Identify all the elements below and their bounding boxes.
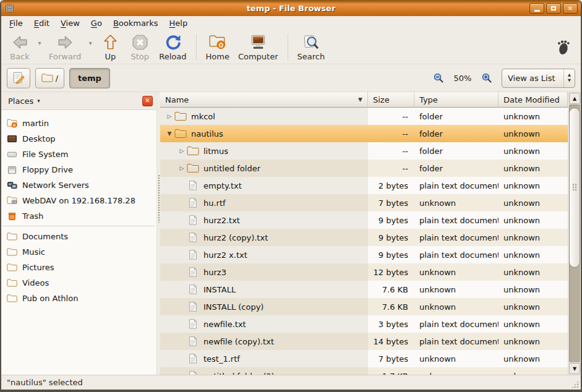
file-type-icon	[187, 284, 200, 295]
tree-expander-icon[interactable]: ▷	[165, 113, 174, 119]
file-row-install-copy[interactable]: INSTALL (copy) 7.6 KB unknown unknown	[160, 298, 581, 315]
file-row-litmus[interactable]: ▷ litmus -- folder unknown	[160, 142, 581, 160]
tree-expander-icon[interactable]: ▼	[165, 130, 174, 137]
zoom-out-button[interactable]	[431, 70, 446, 85]
file-row-newfile-copy-txt[interactable]: newfile (copy).txt 14 bytes plain text d…	[160, 333, 581, 350]
scroll-down-button[interactable]: ▼	[569, 363, 580, 374]
file-type: plain text document	[414, 315, 499, 333]
file-row-install[interactable]: INSTALL 7.6 KB unknown unknown	[160, 281, 581, 298]
menu-view[interactable]: View	[55, 17, 85, 29]
main-area: Places ▾ ✕ martin Desktop File System	[1, 92, 581, 375]
file-row-untitled-folder[interactable]: ▷ untitled folder -- folder unknown	[160, 160, 581, 177]
minimize-button[interactable]	[529, 3, 544, 14]
window-resize-grip[interactable]	[571, 380, 579, 388]
menu-edit[interactable]: Edit	[28, 17, 55, 29]
search-button[interactable]: Search	[293, 32, 330, 62]
computer-button[interactable]: Computer	[234, 32, 283, 62]
file-date-modified: unknown	[499, 194, 568, 211]
sidebar-item-documents[interactable]: Documents	[1, 229, 156, 244]
history-dropdown-arrow-icon[interactable]: ▾	[35, 40, 45, 46]
file-row-nautilus[interactable]: ▼ nautilus -- folder unknown	[160, 125, 581, 142]
place-icon	[7, 134, 17, 143]
path-current-button[interactable]: temp	[69, 68, 110, 88]
back-button[interactable]: Back	[5, 32, 35, 62]
file-rows: ▷ mkcol -- folder unknown ▼ nautilus	[160, 108, 581, 375]
column-header-size[interactable]: Size	[368, 92, 414, 108]
file-size: 7 bytes	[368, 350, 414, 367]
file-row-test-1-rtf[interactable]: test_1.rtf 7 bytes unknown unknown	[160, 350, 581, 367]
sidebar-item-floppy-drive[interactable]: Floppy Drive	[1, 162, 156, 177]
file-row-newfile-txt[interactable]: newfile.txt 3 bytes plain text document …	[160, 315, 581, 333]
sidebar-item-music[interactable]: Music	[1, 244, 156, 260]
file-name: hurz2 x.txt	[203, 250, 247, 260]
column-header-type[interactable]: Type	[414, 92, 499, 108]
file-date-modified: unknown	[499, 350, 568, 367]
reload-button[interactable]: Reload	[155, 32, 190, 62]
toolbar-button-label: Home	[206, 52, 229, 61]
file-size: 7 bytes	[368, 194, 414, 211]
toolbar-button-label: Forward	[49, 52, 81, 61]
history-dropdown-arrow-icon[interactable]: ▾	[85, 40, 95, 46]
menu-file[interactable]: File	[4, 17, 28, 29]
stepper-down-icon: ▼	[568, 78, 571, 83]
place-icon	[7, 232, 17, 241]
sidebar-item-file-system[interactable]: File System	[1, 147, 156, 162]
place-label: Pub on Athlon	[22, 294, 78, 303]
maximize-button[interactable]	[546, 3, 561, 14]
file-row-hurz2-txt[interactable]: hurz2.txt 9 bytes plain text document un…	[160, 211, 581, 229]
sidebar-item-pub-on-athlon[interactable]: Pub on Athlon	[1, 291, 156, 306]
file-date-modified: unknown	[499, 281, 568, 298]
toolbar-button-icon	[302, 33, 320, 51]
forward-button[interactable]: Forward	[45, 32, 85, 62]
up-button[interactable]: Up	[95, 32, 125, 62]
tree-expander-icon[interactable]: ▷	[177, 148, 187, 154]
sidebar-item-trash[interactable]: Trash	[1, 208, 156, 224]
menu-go[interactable]: Go	[85, 17, 108, 29]
file-row-mkcol[interactable]: ▷ mkcol -- folder unknown	[160, 108, 581, 125]
file-row-hurz2-x-txt[interactable]: hurz2 x.txt 9 bytes plain text document …	[160, 246, 581, 263]
place-icon	[7, 247, 17, 257]
toolbar-button-icon	[164, 33, 182, 51]
close-button[interactable]: ✕	[563, 3, 578, 14]
file-type-icon	[187, 354, 200, 364]
toolbar-separator	[196, 34, 197, 60]
home-button[interactable]: Home	[202, 32, 234, 62]
file-type: folder	[414, 125, 499, 142]
file-type: unknown	[414, 350, 499, 367]
place-icon	[7, 150, 17, 159]
sidebar-item-webdav[interactable]: WebDAV on 192.168.178.28	[1, 193, 156, 208]
file-row-untitled-folder-2[interactable]: untitled folder (2) 1.7 KB unknown unkno…	[160, 367, 581, 375]
sidebar-item-pictures[interactable]: Pictures	[1, 260, 156, 275]
sidebar-item-network-servers[interactable]: Network Servers	[1, 177, 156, 193]
tree-expander-icon[interactable]: ▷	[177, 165, 187, 171]
file-row-hu-rtf[interactable]: hu.rtf 7 bytes unknown unknown	[160, 194, 581, 211]
stop-button[interactable]: Stop	[125, 32, 155, 62]
view-mode-selector[interactable]: View as List ▲ ▼	[502, 69, 575, 88]
file-type: unknown	[414, 298, 499, 315]
menu-bookmarks[interactable]: Bookmarks	[108, 17, 164, 29]
column-header-name[interactable]: Name ▼	[160, 92, 368, 108]
vertical-scrollbar[interactable]: ▲ ▼	[568, 92, 581, 375]
file-type-icon	[187, 198, 200, 208]
chevron-down-icon[interactable]: ▾	[37, 98, 40, 104]
path-root-button[interactable]: /	[35, 68, 64, 88]
sidebar-header-label[interactable]: Places	[8, 96, 33, 106]
scrollbar-thumb[interactable]	[569, 108, 580, 268]
edit-location-button[interactable]	[7, 68, 30, 88]
titlebar[interactable]: temp - File Browser ✕	[1, 1, 581, 16]
toolbar-button-label: Search	[297, 52, 325, 61]
sidebar-item-desktop[interactable]: Desktop	[1, 131, 156, 147]
sidebar-item-martin[interactable]: martin	[1, 116, 156, 131]
scrollbar-track[interactable]	[569, 104, 580, 362]
arrow-down-icon: ▼	[573, 366, 576, 372]
menu-help[interactable]: Help	[164, 17, 194, 29]
file-row-hurz2-copy-txt[interactable]: hurz2 (copy).txt 9 bytes plain text docu…	[160, 229, 581, 246]
sidebar-close-button[interactable]: ✕	[142, 96, 153, 106]
scroll-up-button[interactable]: ▲	[569, 93, 580, 104]
column-header-date-modified[interactable]: Date Modified	[499, 92, 568, 108]
sidebar-item-videos[interactable]: Videos	[1, 275, 156, 291]
zoom-in-button[interactable]	[479, 70, 494, 85]
file-row-hurz3[interactable]: hurz3 12 bytes unknown unknown	[160, 263, 581, 281]
view-mode-stepper-icon[interactable]: ▲ ▼	[563, 69, 575, 87]
file-row-empty-txt[interactable]: empty.txt 2 bytes plain text document un…	[160, 177, 581, 194]
